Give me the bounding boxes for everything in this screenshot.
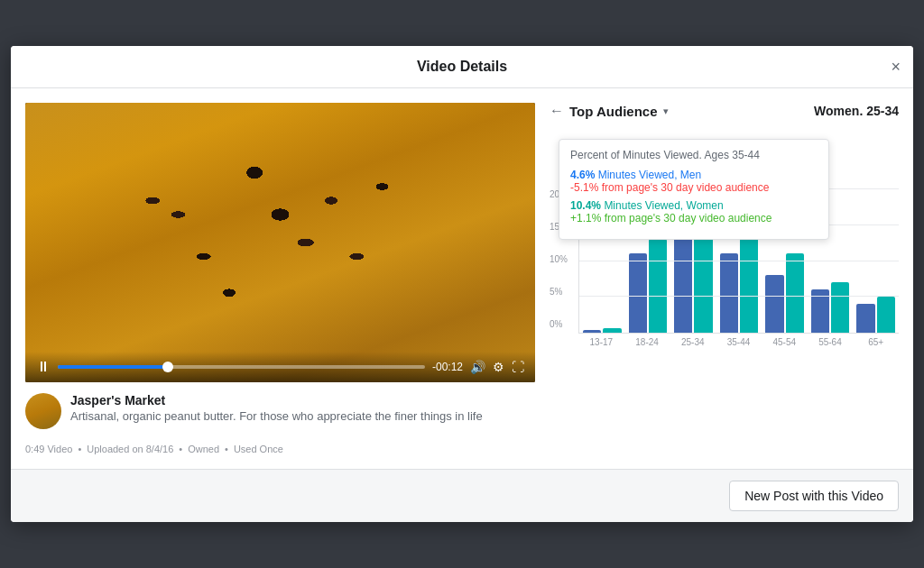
- women-label: Minutes Viewed, Women: [604, 199, 723, 212]
- y-label: 5%: [550, 287, 575, 297]
- grid-line-5: [579, 296, 899, 297]
- y-label: 10%: [550, 254, 575, 264]
- toast-image: [25, 103, 535, 382]
- x-label: 25-34: [673, 337, 712, 347]
- video-details-modal: Video Details × ⏸ -00:12 🔊: [11, 46, 913, 522]
- upload-date: Uploaded on 8/4/16: [87, 444, 173, 454]
- video-duration: 0:49 Video: [25, 444, 72, 454]
- y-label: 0%: [550, 319, 575, 329]
- fullscreen-icon[interactable]: ⛶: [512, 360, 524, 374]
- grid-line-10: [579, 261, 899, 261]
- men-change: -5.1%: [570, 181, 598, 194]
- page-name: Jasper's Market: [70, 393, 483, 408]
- men-label: Minutes Viewed, Men: [598, 169, 702, 181]
- dot-3: •: [225, 444, 228, 454]
- chart-nav: ← Top Audience ▾: [550, 103, 669, 119]
- modal-title: Video Details: [417, 59, 507, 74]
- men-value: 4.6%: [570, 169, 595, 181]
- women-value: 10.4%: [570, 199, 601, 212]
- modal-header: Video Details ×: [11, 46, 913, 88]
- men-bar: [674, 232, 692, 333]
- x-label: 18-24: [628, 337, 667, 347]
- tooltip-men-row: 4.6% Minutes Viewed, Men -5.1% from page…: [570, 169, 818, 194]
- video-section: ⏸ -00:12 🔊 ⚙ ⛶ Jasper's: [25, 103, 535, 454]
- women-bar: [786, 253, 804, 333]
- bar-group: [856, 297, 895, 333]
- video-controls: ⏸ -00:12 🔊 ⚙ ⛶: [25, 352, 535, 382]
- x-label: 13-17: [582, 337, 621, 347]
- video-text: Jasper's Market Artisanal, organic peanu…: [70, 393, 483, 423]
- usage: Used Once: [234, 444, 283, 454]
- men-change-label: from page's 30 day video audience: [602, 181, 770, 194]
- video-container[interactable]: ⏸ -00:12 🔊 ⚙ ⛶: [25, 103, 535, 382]
- men-bar: [583, 330, 601, 333]
- men-bar: [856, 304, 874, 333]
- women-bar: [649, 239, 667, 333]
- women-bar: [831, 282, 849, 333]
- x-label: 45-54: [765, 337, 804, 347]
- x-label: 65+: [856, 337, 895, 347]
- video-description: Artisanal, organic peanut butter. For th…: [70, 409, 483, 423]
- avatar: [25, 393, 61, 429]
- chart-subtitle: Women. 25-34: [814, 104, 899, 118]
- bar-group: [765, 253, 804, 333]
- bar-group: [583, 328, 622, 333]
- x-label: 55-64: [811, 337, 850, 347]
- chart-tooltip: Percent of Minutes Viewed. Ages 35-44 4.…: [559, 139, 829, 240]
- avatar-image: [25, 393, 61, 429]
- bar-group: [811, 282, 850, 333]
- tooltip-header: Percent of Minutes Viewed. Ages 35-44: [570, 149, 818, 161]
- x-axis-labels: 13-1718-2425-3435-4445-5455-6465+: [578, 334, 899, 347]
- men-bar: [629, 253, 647, 333]
- women-bar: [877, 297, 895, 333]
- modal-body: ⏸ -00:12 🔊 ⚙ ⛶ Jasper's: [11, 88, 913, 469]
- men-bar: [720, 253, 738, 333]
- x-label: 35-44: [719, 337, 758, 347]
- progress-handle: [162, 362, 173, 372]
- men-bar: [765, 275, 783, 333]
- modal-footer: New Post with this Video: [11, 469, 913, 522]
- women-bar: [603, 328, 621, 333]
- close-button[interactable]: ×: [891, 59, 901, 75]
- dot-2: •: [179, 444, 182, 454]
- tooltip-women-row: 10.4% Minutes Viewed, Women +1.1% from p…: [570, 199, 818, 224]
- back-arrow-icon[interactable]: ←: [550, 103, 564, 119]
- chart-header: ← Top Audience ▾ Women. 25-34: [550, 103, 899, 126]
- video-thumbnail: [25, 103, 535, 382]
- progress-bar[interactable]: [58, 365, 425, 369]
- time-display: -00:12: [432, 361, 463, 373]
- volume-icon[interactable]: 🔊: [470, 360, 485, 374]
- dot-1: •: [78, 444, 81, 454]
- chart-title: Top Audience: [569, 104, 658, 119]
- progress-fill: [58, 365, 168, 369]
- play-pause-button[interactable]: ⏸: [36, 359, 51, 375]
- video-meta: 0:49 Video • Uploaded on 8/4/16 • Owned …: [25, 444, 535, 454]
- bar-group: [629, 239, 668, 333]
- chart-section: ← Top Audience ▾ Women. 25-34 Percent of…: [550, 103, 899, 454]
- settings-icon[interactable]: ⚙: [493, 360, 504, 374]
- ownership: Owned: [188, 444, 219, 454]
- video-info: Jasper's Market Artisanal, organic peanu…: [25, 382, 535, 436]
- women-change: +1.1%: [570, 212, 601, 224]
- women-change-label: from page's 30 day video audience: [605, 212, 772, 224]
- new-post-button[interactable]: New Post with this Video: [729, 481, 899, 511]
- dropdown-arrow-icon[interactable]: ▾: [663, 105, 669, 117]
